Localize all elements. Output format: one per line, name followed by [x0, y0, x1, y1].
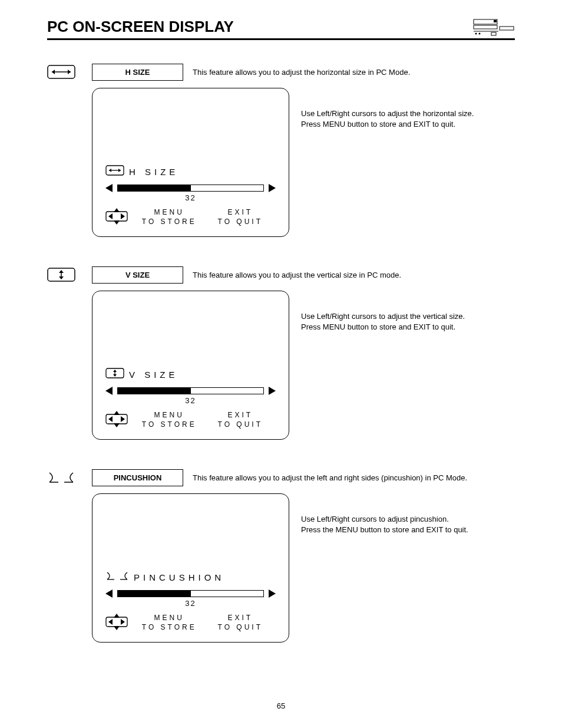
to-store-label: TO STORE — [134, 218, 205, 227]
slider-track — [117, 185, 264, 192]
svg-rect-1 — [494, 20, 497, 22]
section-title: H SIZE — [92, 64, 183, 81]
svg-marker-41 — [108, 619, 113, 625]
slider-value: 32 — [105, 193, 276, 202]
svg-marker-42 — [121, 619, 125, 625]
slider-left-arrow — [105, 589, 113, 598]
windows-icon — [472, 18, 515, 36]
slider-value: 32 — [105, 396, 276, 405]
to-quit-label: TO QUIT — [205, 420, 276, 430]
to-store-label: TO STORE — [134, 420, 205, 430]
hsize-icon — [47, 64, 75, 81]
svg-marker-39 — [114, 614, 120, 618]
slider-right-arrow — [269, 184, 276, 192]
svg-marker-30 — [114, 411, 120, 415]
svg-point-5 — [479, 32, 481, 34]
section-detail: Use Left/Right cursors to adjust the ver… — [301, 311, 465, 332]
svg-rect-2 — [474, 25, 497, 29]
section-summary: This feature allows you to adjust the ve… — [193, 271, 401, 279]
osd-preview: H SIZE 32 — [92, 88, 289, 237]
to-quit-label: TO QUIT — [205, 623, 276, 633]
section-title: V SIZE — [92, 266, 183, 284]
vsize-icon — [47, 266, 75, 284]
svg-marker-27 — [113, 370, 117, 372]
section-title: PINCUSHION — [92, 469, 183, 486]
slider-value: 32 — [105, 599, 276, 608]
exit-label: EXIT — [205, 614, 276, 623]
svg-marker-15 — [118, 169, 121, 172]
exit-label: EXIT — [205, 208, 276, 218]
slider-right-arrow — [269, 589, 276, 598]
page-number: 65 — [0, 701, 562, 710]
hsize-small-icon — [105, 165, 124, 178]
page-header: PC ON-SCREEN DISPLAY — [47, 18, 515, 40]
section-detail: Use Left/Right cursors to adjust the hor… — [301, 108, 474, 130]
section-vsize: V SIZE This feature allows you to adjust… — [47, 266, 515, 440]
slider-track — [117, 387, 264, 394]
svg-marker-28 — [113, 374, 117, 377]
exit-label: EXIT — [205, 411, 276, 420]
section-summary: This feature allows you to adjust the ho… — [193, 68, 410, 77]
svg-marker-24 — [59, 276, 64, 279]
section-summary: This feature allows you to adjust the le… — [193, 473, 467, 482]
slider-left-arrow — [105, 184, 113, 192]
svg-marker-31 — [114, 423, 120, 427]
menu-label: MENU — [134, 208, 205, 218]
osd-label: V SIZE — [129, 370, 178, 380]
pincushion-icon — [47, 469, 75, 487]
to-store-label: TO STORE — [134, 623, 205, 633]
dpad-icon — [105, 612, 128, 634]
menu-label: MENU — [134, 411, 205, 420]
svg-rect-6 — [491, 32, 496, 35]
svg-marker-20 — [121, 213, 125, 219]
pincushion-small-icon — [105, 571, 129, 584]
osd-label: PINCUSHION — [134, 572, 224, 582]
vsize-small-icon — [105, 368, 124, 381]
menu-label: MENU — [134, 614, 205, 623]
svg-marker-32 — [108, 416, 113, 422]
svg-marker-40 — [114, 626, 120, 630]
page-title: PC ON-SCREEN DISPLAY — [47, 18, 472, 36]
dpad-icon — [105, 207, 128, 228]
svg-marker-23 — [59, 270, 64, 273]
osd-preview: PINCUSHION 32 — [92, 493, 289, 643]
to-quit-label: TO QUIT — [205, 218, 276, 227]
svg-point-4 — [475, 32, 477, 34]
slider-left-arrow — [105, 387, 113, 395]
slider-right-arrow — [269, 387, 276, 395]
svg-marker-14 — [109, 169, 111, 172]
section-detail: Use Left/Right cursors to adjust pincush… — [301, 514, 468, 535]
svg-marker-18 — [114, 220, 120, 225]
osd-preview: V SIZE 32 — [92, 291, 289, 440]
svg-marker-33 — [121, 416, 125, 422]
osd-label: H SIZE — [129, 167, 178, 177]
svg-rect-3 — [500, 27, 514, 30]
section-pincushion: PINCUSHION This feature allows you to ad… — [47, 469, 515, 643]
dpad-icon — [105, 410, 128, 431]
svg-marker-10 — [52, 70, 55, 74]
section-hsize: H SIZE This feature allows you to adjust… — [47, 64, 515, 237]
slider-track — [117, 590, 264, 597]
svg-marker-11 — [68, 70, 71, 74]
svg-marker-19 — [108, 213, 113, 219]
svg-marker-17 — [114, 208, 120, 212]
